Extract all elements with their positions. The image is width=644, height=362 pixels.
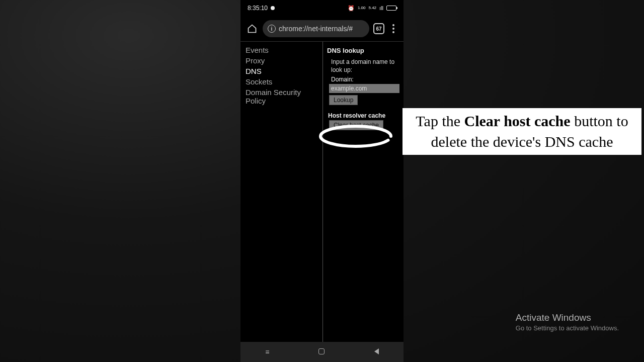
nav-item-proxy[interactable]: Proxy: [246, 55, 317, 66]
lookup-button[interactable]: Lookup: [329, 95, 358, 105]
net-internals-content: Events Proxy DNS Sockets Domain Security…: [240, 41, 404, 342]
tab-switcher-button[interactable]: 67: [373, 23, 384, 34]
dns-lookup-title: DNS lookup: [327, 47, 399, 54]
alarm-icon: ⏰: [348, 5, 355, 12]
status-right: ⏰ 1.00 5.42 ıll: [348, 5, 396, 12]
clear-host-cache-button[interactable]: Clear host cache: [329, 120, 383, 130]
nav-panel: Events Proxy DNS Sockets Domain Security…: [240, 42, 323, 342]
back-nav-button[interactable]: [374, 348, 379, 356]
triangle-icon: [374, 348, 379, 354]
domain-input[interactable]: [329, 84, 399, 93]
signal-icon: ıll: [379, 5, 383, 11]
nav-item-events[interactable]: Events: [246, 45, 317, 55]
dns-lookup-instruction: Input a domain name to look up:: [331, 58, 399, 74]
recents-button[interactable]: ≡: [265, 348, 269, 356]
chrome-toolbar: i chrome://net-internals/# 67: [240, 16, 404, 41]
home-icon: [247, 24, 257, 34]
dot-icon: [392, 24, 394, 26]
tab-count: 67: [376, 26, 381, 32]
phone-frame: 8:35:10 ⏰ 1.00 5.42 ıll i chrome://net-i…: [240, 0, 404, 362]
android-nav-bar: ≡: [240, 342, 404, 362]
android-status-bar: 8:35:10 ⏰ 1.00 5.42 ıll: [240, 0, 404, 16]
callout-bold: Clear host cache: [464, 113, 571, 129]
host-resolver-title: Host resolver cache: [328, 112, 399, 119]
square-icon: [318, 348, 325, 354]
overflow-menu-button[interactable]: [388, 24, 398, 33]
domain-label: Domain:: [331, 76, 399, 83]
windows-activation-watermark: Activate Windows Go to Settings to activ…: [516, 312, 619, 332]
status-left: 8:35:10: [248, 5, 275, 12]
main-panel: DNS lookup Input a domain name to look u…: [323, 42, 404, 342]
battery-icon: [386, 6, 396, 11]
home-button[interactable]: [246, 22, 259, 35]
dot-icon: [392, 28, 394, 30]
annotation-callout: Tap the Clear host cache button to delet…: [403, 108, 641, 155]
callout-pre: Tap the: [416, 113, 464, 129]
status-time: 8:35:10: [248, 5, 268, 12]
watermark-line2: Go to Settings to activate Windows.: [516, 324, 619, 332]
nav-item-sockets[interactable]: Sockets: [246, 76, 317, 87]
notification-dot-icon: [271, 6, 275, 10]
watermark-line1: Activate Windows: [516, 312, 619, 323]
net-speed-1: 1.00: [358, 6, 366, 10]
url-bar[interactable]: i chrome://net-internals/#: [263, 20, 369, 37]
net-speed-2: 5.42: [368, 6, 376, 10]
site-info-icon[interactable]: i: [268, 25, 276, 33]
home-nav-button[interactable]: [318, 348, 325, 356]
url-text: chrome://net-internals/#: [279, 25, 353, 33]
dot-icon: [392, 31, 394, 33]
nav-item-dns[interactable]: DNS: [246, 66, 317, 76]
nav-item-domain-security-policy[interactable]: Domain Security Policy: [246, 87, 317, 106]
